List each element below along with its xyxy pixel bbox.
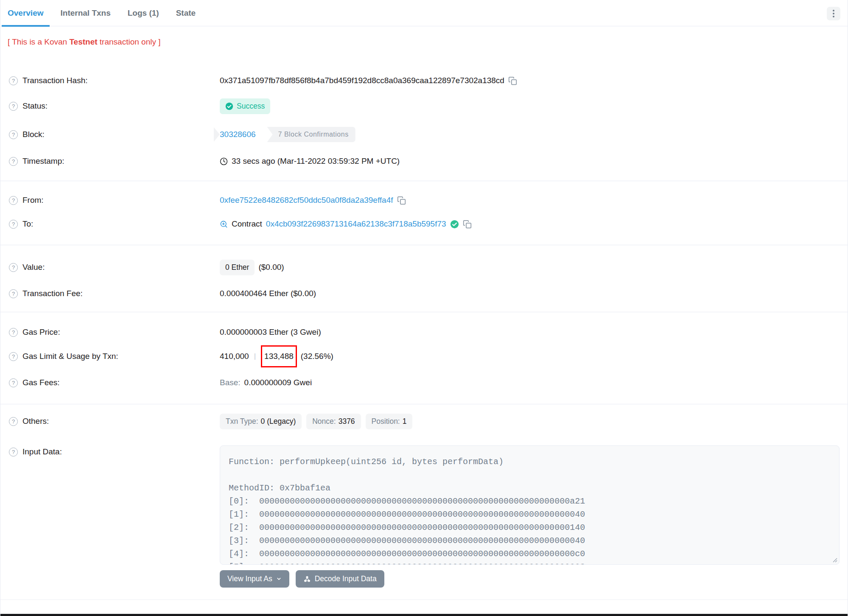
input-data-actions: View Input As Decode Input Data: [220, 570, 384, 588]
row-block: ? Block: 30328606 7 Block Confirmations: [0, 126, 848, 143]
section-divider: [0, 245, 848, 245]
vertical-ellipsis-icon: [833, 16, 834, 17]
vertical-ellipsis-icon: [833, 10, 834, 11]
decode-input-data-label: Decode Input Data: [315, 574, 377, 583]
gas-fees-base-value: 0.000000009 Gwei: [244, 378, 312, 387]
help-icon[interactable]: ?: [9, 157, 18, 166]
gas-price-value: 0.000000003 Ether (3 Gwei): [220, 328, 321, 337]
transaction-overview-card: Overview Internal Txns Logs (1) State [ …: [0, 0, 848, 616]
gas-fees-base-label: Base:: [220, 378, 241, 387]
molecule-icon: [303, 575, 311, 583]
resize-grip-icon[interactable]: [832, 557, 837, 563]
window-bottom-edge: [0, 614, 848, 616]
highlight-box: 133,488: [261, 345, 297, 367]
gas-used-percent: (32.56%): [301, 352, 333, 361]
status-badge-label: Success: [237, 102, 265, 111]
footer-divider: [0, 599, 848, 600]
help-icon[interactable]: ?: [9, 417, 18, 426]
tab-internal-txns[interactable]: Internal Txns: [55, 0, 117, 26]
to-address-link[interactable]: 0x4cb093f226983713164a62138c3f718a5b595f…: [266, 219, 446, 229]
testnet-notice-suffix: transaction only ]: [98, 37, 161, 46]
more-options-button[interactable]: [827, 7, 840, 20]
txn-type-badge: Txn Type: 0 (Legacy): [220, 414, 302, 429]
row-label: Gas Fees:: [22, 378, 60, 387]
verified-check-icon: [450, 220, 459, 229]
clock-icon: [220, 157, 228, 165]
copy-icon[interactable]: [463, 220, 472, 229]
row-label: Status:: [22, 101, 48, 111]
copy-icon[interactable]: [397, 196, 406, 205]
check-circle-icon: [225, 102, 233, 110]
input-data-text: Function: performUpkeep(uint256 id, byte…: [229, 455, 831, 565]
row-label: Transaction Fee:: [22, 289, 83, 298]
row-label: Others:: [22, 417, 49, 426]
testnet-notice: [ This is a Kovan Testnet transaction on…: [8, 37, 160, 47]
testnet-notice-prefix: [ This is a Kovan: [8, 37, 69, 46]
view-input-as-button[interactable]: View Input As: [220, 570, 289, 588]
vertical-ellipsis-icon: [833, 13, 834, 14]
position-label: Position:: [372, 417, 400, 426]
chevron-down-icon: [276, 576, 282, 582]
help-icon[interactable]: ?: [9, 76, 18, 85]
row-status: ? Status: Success: [0, 98, 848, 115]
row-label: From:: [22, 196, 44, 205]
confirmations-badge-arrow: [214, 127, 220, 142]
magnifier-plus-icon[interactable]: [220, 220, 228, 228]
help-icon[interactable]: ?: [9, 196, 18, 205]
decode-input-data-button[interactable]: Decode Input Data: [296, 570, 384, 588]
section-divider: [0, 404, 848, 404]
help-icon[interactable]: ?: [9, 102, 18, 111]
row-label: Gas Limit & Usage by Txn:: [22, 352, 118, 361]
row-others: ? Others: Txn Type: 0 (Legacy) Nonce: 33…: [0, 413, 848, 430]
row-label: Timestamp:: [22, 157, 64, 166]
help-icon[interactable]: ?: [9, 378, 18, 387]
status-badge: Success: [220, 98, 270, 114]
from-address-link[interactable]: 0xfee7522e8482682cf50ddc50a0f8da2a39effa…: [220, 196, 393, 205]
tab-bar: Overview Internal Txns Logs (1) State: [0, 0, 848, 26]
row-gas-price: ? Gas Price: 0.000000003 Ether (3 Gwei): [0, 324, 848, 341]
copy-icon[interactable]: [508, 76, 517, 85]
nonce-badge: Nonce: 3376: [306, 414, 361, 429]
row-gas-fees: ? Gas Fees: Base: 0.000000009 Gwei: [0, 374, 848, 391]
block-number-link[interactable]: 30328606: [220, 130, 256, 139]
row-gas-limit-usage: ? Gas Limit & Usage by Txn: 410,000 | 13…: [0, 348, 848, 365]
transaction-hash-value: 0x371a51097fb78df856f8b4a7bd459f192d8cc8…: [220, 76, 504, 85]
txn-type-value: 0 (Legacy): [261, 417, 296, 426]
help-icon[interactable]: ?: [9, 130, 18, 139]
input-data-textarea[interactable]: Function: performUpkeep(uint256 id, byte…: [220, 445, 840, 565]
help-icon[interactable]: ?: [9, 220, 18, 229]
tab-overview[interactable]: Overview: [2, 0, 50, 26]
help-icon[interactable]: ?: [9, 352, 18, 361]
section-divider: [0, 312, 848, 312]
row-from: ? From: 0xfee7522e8482682cf50ddc50a0f8da…: [0, 192, 848, 209]
value-badge: 0 Ether: [220, 260, 255, 275]
block-confirmations-badge: 7 Block Confirmations: [267, 127, 355, 142]
txn-type-label: Txn Type:: [226, 417, 258, 426]
gas-limit-separator: |: [253, 352, 257, 361]
row-label: Transaction Hash:: [22, 76, 87, 85]
testnet-notice-bold: Testnet: [69, 37, 97, 46]
to-type-label: Contract: [232, 219, 262, 229]
row-label: Gas Price:: [22, 328, 60, 337]
position-value: 1: [403, 417, 407, 426]
nonce-label: Nonce:: [312, 417, 336, 426]
help-icon[interactable]: ?: [9, 328, 18, 337]
gas-limit-value: 410,000: [220, 352, 249, 361]
tab-logs[interactable]: Logs (1): [122, 0, 165, 26]
row-transaction-hash: ? Transaction Hash: 0x371a51097fb78df856…: [0, 72, 848, 89]
row-label: Input Data:: [22, 447, 62, 456]
help-icon[interactable]: ?: [9, 448, 18, 456]
help-icon[interactable]: ?: [9, 263, 18, 272]
row-label: Value:: [22, 263, 45, 272]
position-badge: Position: 1: [366, 414, 413, 429]
row-label: To:: [22, 219, 33, 229]
view-input-as-label: View Input As: [227, 574, 272, 583]
section-divider: [0, 181, 848, 181]
gas-used-value: 133,488: [264, 352, 294, 361]
tab-state[interactable]: State: [170, 0, 202, 26]
help-icon[interactable]: ?: [9, 289, 18, 298]
transaction-fee-value: 0.000400464 Ether ($0.00): [220, 289, 316, 298]
value-usd: ($0.00): [258, 263, 284, 272]
nonce-value: 3376: [339, 417, 355, 426]
row-label: Block:: [22, 130, 45, 139]
